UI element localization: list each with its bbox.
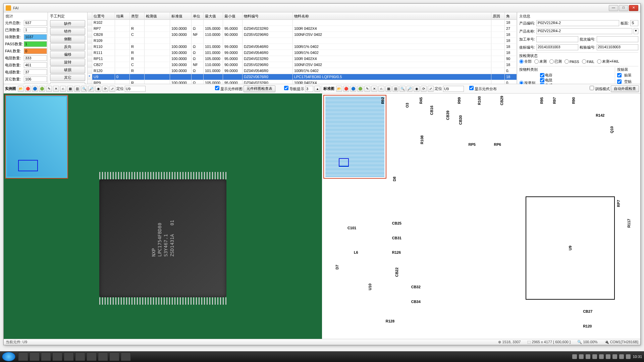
tool-icon[interactable]: 🔴: [25, 86, 31, 92]
status-radio[interactable]: 未测: [534, 59, 547, 64]
table-row[interactable]: RP7 R 100.0000Ω 105.000095.0000 DZ04V023…: [88, 26, 517, 32]
clock[interactable]: 10:31: [633, 355, 642, 359]
table-row[interactable]: CB27 C 100.0000NF 110.000090.0000 DZ05V0…: [88, 62, 517, 68]
table-row[interactable]: ▸ U90 DZ02V0676R0LPC1754FBD80 LQFP80/0.5…: [88, 74, 517, 80]
tool-icon[interactable]: ✎: [364, 86, 370, 92]
train-mode-check[interactable]: 训练模式: [590, 86, 610, 92]
judge-button[interactable]: 破损: [50, 66, 85, 73]
tool-icon[interactable]: ✕: [371, 86, 377, 92]
nav-hint-check[interactable]: 导航提示: [284, 86, 304, 92]
tool-icon[interactable]: ▦: [385, 86, 391, 92]
table-row[interactable]: R111 R 100.0000Ω 101.000099.0000 DZ04V05…: [88, 50, 517, 56]
tool-icon[interactable]: 🔵: [32, 86, 38, 92]
tray-icon[interactable]: [619, 354, 624, 359]
judge-button[interactable]: 侧翻: [50, 36, 85, 43]
work-order[interactable]: [536, 36, 578, 42]
tray-icon[interactable]: [592, 354, 597, 359]
taskbar-icon[interactable]: [109, 352, 119, 361]
tool-icon[interactable]: ▦: [67, 86, 73, 92]
tray-icon[interactable]: [572, 354, 577, 359]
taskbar-icon[interactable]: [41, 352, 51, 361]
real-image-pane[interactable]: NXP LPC1754FBD80 S3Y467.1 ZSD1431A 01: [4, 94, 322, 339]
tool-icon[interactable]: 🟢: [357, 86, 363, 92]
tray-icon[interactable]: [579, 354, 584, 359]
taskbar-icon[interactable]: [75, 352, 85, 361]
zoom-in-icon[interactable]: 🔍: [81, 86, 87, 92]
product-name-expand[interactable]: ▾: [634, 28, 638, 34]
auto-inspect-button[interactable]: 自动外观检查: [611, 85, 639, 92]
tool-icon[interactable]: ⟳: [102, 86, 108, 92]
tool-icon[interactable]: ▥: [392, 86, 398, 92]
zoom-out-icon[interactable]: 🔎: [88, 86, 94, 92]
tool-icon[interactable]: ◉: [95, 86, 101, 92]
taskbar-icon[interactable]: [98, 352, 108, 361]
table-row[interactable]: R102 18: [88, 20, 517, 26]
tool-icon[interactable]: 🟢: [39, 86, 45, 92]
tool-icon[interactable]: ✎: [46, 86, 52, 92]
taskbar-icon[interactable]: [30, 352, 40, 361]
batch[interactable]: [597, 36, 638, 42]
tool-icon[interactable]: 📂: [336, 86, 342, 92]
tray-icon[interactable]: [599, 354, 604, 359]
real-overview[interactable]: [5, 95, 68, 179]
table-row[interactable]: R110 R 100.0000Ω 101.000099.0000 DZ04V05…: [88, 44, 517, 50]
judge-button[interactable]: 错件: [50, 28, 85, 35]
system-tray[interactable]: 10:31: [572, 354, 642, 359]
paste-mount-check[interactable]: 贴装: [617, 72, 638, 78]
locate-right-input[interactable]: [443, 86, 464, 92]
table-row[interactable]: RP9 R 100.0000Ω 105.000095.0000 DZ04V023…: [88, 80, 517, 84]
status-coords: ⊕ 1518, 3307: [498, 340, 521, 344]
show-dist-check[interactable]: 显示元件分布: [469, 86, 497, 92]
table-row[interactable]: R109 18: [88, 38, 517, 44]
tool-icon[interactable]: 🔵: [350, 86, 356, 92]
tool-icon[interactable]: ▥: [74, 86, 80, 92]
tool-icon[interactable]: 🔴: [343, 86, 349, 92]
tray-icon[interactable]: [606, 354, 610, 359]
taskbar-icon[interactable]: [52, 352, 62, 361]
status-radio[interactable]: FAIL: [582, 59, 595, 64]
close-button[interactable]: ✕: [629, 5, 638, 11]
locate-left-input[interactable]: [125, 86, 146, 92]
schematic-pane[interactable]: R92O3R45CB16R108R99R100CB29CB39CB30R95R9…: [322, 94, 640, 339]
material-check[interactable]: 电容: [540, 73, 552, 78]
tool-icon[interactable]: ◉: [414, 86, 420, 92]
tool-icon[interactable]: ⟳: [421, 86, 427, 92]
zoom-out-icon[interactable]: 🔎: [407, 86, 413, 92]
zoom-in-icon[interactable]: 🔍: [399, 86, 406, 92]
tool-icon[interactable]: ⎌: [60, 86, 66, 92]
show-sample-check[interactable]: 显示元件样图: [215, 86, 243, 92]
sample-table-button[interactable]: 元件样图检查表: [244, 85, 275, 92]
nav-value-input[interactable]: [305, 86, 313, 92]
minimize-button[interactable]: —: [609, 5, 618, 11]
tray-icon[interactable]: [612, 354, 617, 359]
judge-button[interactable]: 偏移: [50, 51, 85, 58]
tool-icon[interactable]: ✕: [53, 86, 59, 92]
status-radio[interactable]: 未测+FAIL: [597, 59, 619, 64]
tool-icon[interactable]: ⤢: [428, 86, 434, 92]
maximize-button[interactable]: □: [619, 5, 628, 11]
table-row[interactable]: CB28 C 100.0000NF 110.000090.0000 DZ05V0…: [88, 32, 517, 38]
taskbar-icon[interactable]: [87, 352, 97, 361]
data-grid[interactable]: 位置号 结果 类型 检测值 标准值 单位 最大值 最小值 物料编号 物料名称 原…: [88, 12, 517, 84]
taskbar-icon[interactable]: [18, 352, 28, 361]
status-radio[interactable]: 已测: [549, 59, 562, 64]
nav-up-icon[interactable]: ▴: [314, 86, 320, 92]
taskbar-icon[interactable]: [121, 352, 131, 361]
judge-button[interactable]: 其它: [50, 74, 85, 81]
tray-icon[interactable]: [626, 354, 631, 359]
judge-button[interactable]: 旋转: [50, 59, 85, 66]
taskbar-icon[interactable]: [64, 352, 74, 361]
table-row[interactable]: R120 R 100.0000Ω 101.000099.0000 DZ04V05…: [88, 68, 517, 74]
tray-icon[interactable]: [586, 354, 590, 359]
start-button[interactable]: [2, 352, 15, 361]
tool-icon[interactable]: ⤢: [109, 86, 115, 92]
status-radio[interactable]: PASS: [565, 59, 579, 64]
tool-icon[interactable]: ⎌: [378, 86, 384, 92]
table-row[interactable]: RP11 R 100.0000Ω 105.000095.0000 DZ04V02…: [88, 56, 517, 62]
taskbar[interactable]: 10:31: [0, 351, 644, 362]
status-radio[interactable]: 全部: [519, 59, 532, 64]
judge-button[interactable]: 缺件: [50, 20, 85, 27]
judge-button[interactable]: 反向: [50, 43, 85, 50]
material-check[interactable]: 电阻: [540, 78, 552, 83]
tool-icon[interactable]: 📂: [18, 86, 24, 92]
